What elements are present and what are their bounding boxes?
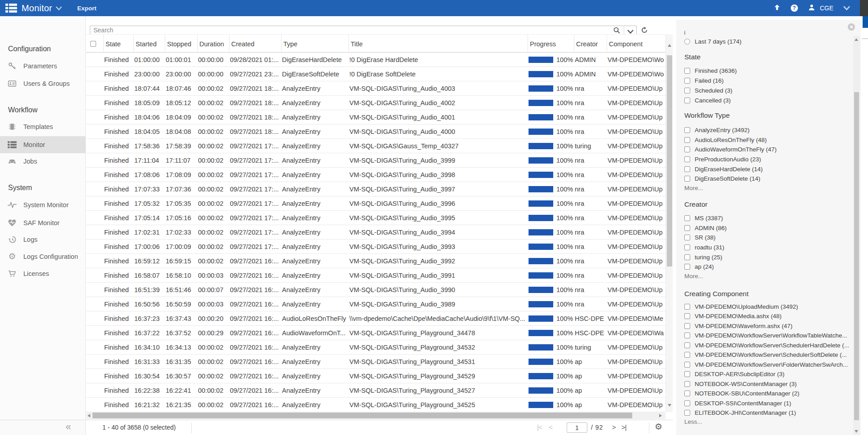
table-horizontal-scrollbar[interactable] [86, 412, 665, 419]
table-row[interactable]: Finished18:04:0618:04:0900:00:0209/27/20… [86, 110, 665, 124]
table-vertical-scrollbar[interactable] [665, 34, 673, 412]
previous-page-button[interactable]: < [549, 423, 552, 431]
checkbox-icon[interactable] [684, 323, 690, 329]
app-switcher-chevron-icon[interactable] [56, 4, 62, 12]
table-row[interactable]: Finished16:37:2216:37:5200:00:2909/27/20… [86, 326, 665, 340]
filter-option[interactable]: VM-DPEDEMO\UploadMedium (3492) [684, 303, 798, 310]
filter-option[interactable]: ADMIN (86) [684, 224, 727, 231]
table-row[interactable]: Finished16:34:1016:34:1300:00:0209/27/20… [86, 340, 665, 355]
panel-scroll-up-arrow-icon[interactable] [855, 38, 858, 41]
select-all-checkbox[interactable] [90, 41, 96, 47]
column-header-duration[interactable]: Duration [197, 35, 229, 53]
filter-option[interactable]: DigEraseSoftDelete (14) [684, 175, 760, 182]
table-row[interactable]: Finished16:21:3216:21:3500:00:0209/27/20… [86, 398, 665, 412]
sidebar-item-users-groups[interactable]: Users & Groups [0, 75, 86, 92]
table-row[interactable]: Finished17:05:3217:05:3500:00:0209/27/20… [86, 196, 665, 211]
table-row[interactable]: Finished18:04:0518:04:0800:00:0209/27/20… [86, 124, 665, 139]
sidebar-item-logs-configuration[interactable]: ⚙Logs Configuration [0, 248, 86, 265]
checkbox-icon[interactable] [684, 176, 690, 182]
filter-option[interactable]: VM-DPEDEMO\WorkflowServer\FolderWatcherS… [684, 361, 848, 368]
sidebar-item-templates[interactable]: Templates [0, 118, 86, 135]
table-row[interactable]: Finished17:00:0617:00:0900:00:0209/27/20… [86, 240, 665, 254]
checkbox-icon[interactable] [684, 371, 690, 377]
checkbox-icon[interactable] [684, 244, 690, 250]
column-header-title[interactable]: Title [348, 35, 528, 53]
filter-option[interactable]: PreProductionAudio (23) [684, 155, 761, 163]
export-menu[interactable]: Export [77, 5, 97, 12]
table-row[interactable]: Finished17:11:0417:11:0700:00:0209/27/20… [86, 153, 665, 168]
checkbox-icon[interactable] [684, 313, 690, 319]
horizontal-scrollbar-thumb[interactable] [93, 413, 632, 418]
filter-option[interactable]: roadtu (31) [684, 244, 724, 251]
radio-icon[interactable] [684, 39, 690, 44]
panel-scrollbar[interactable] [853, 36, 860, 435]
first-page-button[interactable]: |< [537, 423, 542, 431]
help-icon[interactable]: ? [791, 4, 798, 12]
filter-option[interactable]: VM-DPEDEMO\WorkflowServer\SchedulerSoftD… [684, 351, 847, 358]
checkbox-icon[interactable] [684, 137, 690, 143]
filter-option[interactable]: NOTEBOOK-WS\ContentManager (3) [684, 380, 797, 387]
filter-option[interactable]: NOTEBOOK-SBU\ContentManager (2) [684, 390, 799, 397]
sidebar-item-system-monitor[interactable]: System Monitor [0, 196, 86, 213]
column-header-creator[interactable]: Creator [574, 35, 607, 53]
checkbox-icon[interactable] [684, 352, 690, 358]
checkbox-icon[interactable] [684, 68, 690, 74]
app-title[interactable]: Monitor [22, 3, 52, 13]
sidebar-item-licenses[interactable]: Licenses [0, 265, 86, 282]
table-row[interactable]: Finished23:00:0023:00:0000:00:0009/27/20… [86, 67, 665, 81]
table-settings-gear-icon[interactable]: ⚙ [655, 422, 662, 432]
sidebar-item-jobs[interactable]: Jobs [0, 153, 86, 170]
scroll-right-arrow-icon[interactable] [659, 414, 662, 417]
checkbox-icon[interactable] [684, 342, 690, 348]
filter-option[interactable]: turing (25) [684, 253, 723, 261]
table-row[interactable]: Finished17:08:0617:08:0900:00:0209/27/20… [86, 168, 665, 182]
filter-date-option-clipped[interactable] [684, 31, 711, 35]
upload-arrow-icon[interactable] [773, 4, 781, 13]
table-row[interactable]: Finished16:59:1216:59:1500:00:0209/27/20… [86, 254, 665, 268]
more-link[interactable]: More... [684, 185, 703, 191]
table-row[interactable]: Finished18:07:4418:07:4600:00:0209/27/20… [86, 81, 665, 96]
filter-option[interactable]: Cancelled (3) [684, 97, 731, 104]
filter-date-option[interactable]: Last 7 days (174) [684, 38, 741, 45]
page-number-input[interactable] [567, 422, 587, 433]
filter-option[interactable]: Finished (3636) [684, 67, 737, 74]
column-header-component[interactable]: Component [607, 35, 665, 53]
vertical-scrollbar-thumb[interactable] [667, 55, 672, 266]
checkbox-icon[interactable] [684, 127, 690, 133]
last-page-button[interactable]: >| [621, 423, 626, 431]
next-page-button[interactable]: > [612, 423, 616, 431]
column-header-started[interactable]: Started [133, 35, 165, 53]
column-header-state[interactable]: State [103, 35, 133, 53]
table-row[interactable]: Finished17:58:3617:58:3900:00:0209/27/20… [86, 139, 665, 153]
sidebar-item-logs[interactable]: Logs [0, 231, 86, 248]
column-header-created[interactable]: Created [229, 35, 281, 53]
filter-option[interactable]: ELITEBOOK-JHI\ContentManager (1) [684, 409, 796, 416]
table-row[interactable]: Finished16:31:3316:31:3500:00:0209/27/20… [86, 355, 665, 369]
checkbox-icon[interactable] [684, 98, 690, 103]
user-menu-chevron-icon[interactable] [843, 4, 850, 12]
checkbox-icon[interactable] [684, 333, 690, 338]
filter-option[interactable]: DESKTOP-AER\SubclipEditor (3) [684, 370, 784, 377]
table-row[interactable]: Finished16:37:2316:37:4300:00:2009/27/20… [86, 311, 665, 326]
table-row[interactable]: Finished16:22:3816:22:4100:00:0209/27/20… [86, 383, 665, 398]
close-panel-icon[interactable]: ✕ [848, 23, 855, 31]
sidebar-item-parameters[interactable]: Parameters [0, 58, 86, 75]
less-link[interactable]: Less... [684, 418, 702, 425]
table-row[interactable]: Finished18:05:0918:05:1200:00:0209/27/20… [86, 96, 665, 110]
more-link[interactable]: More... [684, 273, 703, 280]
filter-option[interactable]: Scheduled (3) [684, 87, 732, 94]
scroll-left-arrow-icon[interactable] [88, 414, 90, 417]
sidebar-item-saf-monitor[interactable]: SAF Monitor [0, 214, 86, 231]
table-row[interactable]: Finished01:00:0001:00:0100:00:0009/28/20… [86, 53, 665, 67]
filter-option[interactable]: DigEraseHardDelete (14) [684, 165, 763, 173]
column-header-type[interactable]: Type [281, 35, 348, 53]
scroll-down-arrow-icon[interactable] [668, 404, 671, 407]
filter-option[interactable]: VM-DPEDEMO\WorkflowServer\WorkflowTableW… [684, 332, 847, 339]
checkbox-icon[interactable] [684, 215, 690, 221]
table-row[interactable]: Finished16:51:3916:51:4600:00:0709/27/20… [86, 283, 665, 297]
table-row[interactable]: Finished17:02:3117:02:3300:00:0209/27/20… [86, 225, 665, 240]
filter-option[interactable]: ap (24) [684, 263, 714, 270]
checkbox-icon[interactable] [684, 304, 690, 310]
checkbox-icon[interactable] [684, 225, 690, 231]
checkbox-icon[interactable] [684, 146, 690, 152]
